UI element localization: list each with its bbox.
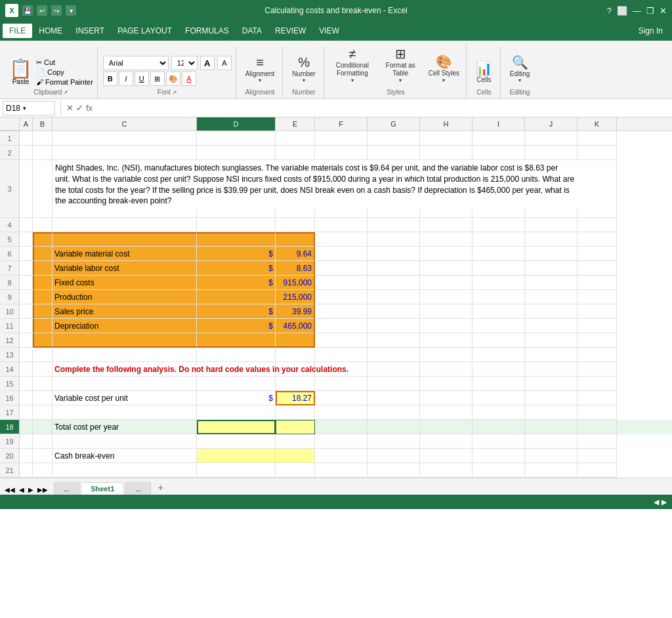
sheet-last-btn[interactable]: ▶▶ (35, 485, 50, 495)
cell-f6[interactable] (315, 247, 368, 261)
cell-f12[interactable] (315, 333, 368, 348)
cell-k17[interactable] (578, 405, 617, 420)
cell-a5[interactable] (20, 232, 33, 247)
cell-h14[interactable] (420, 362, 472, 377)
cell-d16-symbol[interactable]: $ (197, 391, 276, 405)
cell-g4[interactable] (368, 218, 420, 232)
cell-g11[interactable] (368, 319, 420, 333)
cell-c13[interactable] (52, 348, 197, 362)
cell-j19[interactable] (525, 434, 578, 449)
format-painter-button[interactable]: 🖌 Format Painter (36, 78, 93, 86)
cell-c9-label[interactable]: Production (52, 290, 197, 304)
cell-g6[interactable] (368, 247, 420, 261)
cell-g2[interactable] (368, 146, 420, 160)
cell-k18[interactable] (578, 420, 617, 434)
cell-g10[interactable] (368, 304, 420, 319)
cell-i4[interactable] (472, 218, 525, 232)
sheet-prev-btn[interactable]: ◀ (17, 485, 26, 495)
cell-h20[interactable] (420, 449, 472, 463)
col-header-b[interactable]: B (33, 117, 52, 131)
cell-e20[interactable] (276, 449, 315, 463)
cell-j7[interactable] (525, 261, 578, 276)
cell-a20[interactable] (20, 449, 33, 463)
cell-a9[interactable] (20, 290, 33, 304)
sign-in-btn[interactable]: Sign In (632, 24, 669, 38)
cell-b18[interactable] (33, 420, 52, 434)
menu-review[interactable]: REVIEW (268, 24, 312, 38)
cell-reference-box[interactable]: D18 ▾ (3, 101, 55, 115)
redo-quick-btn[interactable]: ↪ (51, 5, 62, 16)
cut-button[interactable]: ✂ Cut (36, 58, 93, 67)
sheet-tab-ellipsis1[interactable]: ... (54, 482, 79, 495)
cell-f20[interactable] (315, 449, 368, 463)
cell-b12[interactable] (33, 333, 52, 348)
cell-c1[interactable] (52, 131, 197, 146)
format-as-table-button[interactable]: ⊞ Format as Table ▾ (379, 43, 422, 86)
restore-btn[interactable]: ❐ (646, 6, 654, 16)
cell-h2[interactable] (420, 146, 472, 160)
cell-b14[interactable] (33, 362, 52, 377)
scroll-right-icon[interactable]: ▶ (662, 498, 667, 506)
cell-e2[interactable] (276, 146, 315, 160)
scroll-left-icon[interactable]: ◀ (654, 498, 659, 506)
cell-a1[interactable] (20, 131, 33, 146)
cell-g17[interactable] (368, 405, 420, 420)
cell-h18[interactable] (420, 420, 472, 434)
close-btn[interactable]: ✕ (660, 6, 667, 16)
cancel-formula-icon[interactable]: ✕ (66, 103, 74, 113)
cell-i17[interactable] (472, 405, 525, 420)
cell-b19[interactable] (33, 434, 52, 449)
border-button[interactable]: ⊞ (150, 72, 165, 86)
cell-k20[interactable] (578, 449, 617, 463)
cell-a15[interactable] (20, 377, 33, 391)
cell-h15[interactable] (420, 377, 472, 391)
menu-data[interactable]: DATA (236, 24, 268, 38)
cell-f10[interactable] (315, 304, 368, 319)
cell-g13[interactable] (368, 348, 420, 362)
cell-b2[interactable] (33, 146, 52, 160)
cell-i14[interactable] (472, 362, 525, 377)
cell-i6[interactable] (472, 247, 525, 261)
cell-e18[interactable] (276, 420, 315, 434)
cell-k2[interactable] (578, 146, 617, 160)
cell-e4[interactable] (276, 218, 315, 232)
menu-page-layout[interactable]: PAGE LAYOUT (111, 24, 178, 38)
cell-k13[interactable] (578, 348, 617, 362)
cell-a7[interactable] (20, 261, 33, 276)
cell-b21[interactable] (33, 463, 52, 478)
cell-e16-value[interactable]: 18.27 (276, 391, 315, 405)
cell-j16[interactable] (525, 391, 578, 405)
decrease-font-btn[interactable]: A (217, 56, 232, 70)
cell-c5-orange[interactable] (52, 232, 197, 247)
cell-j4[interactable] (525, 218, 578, 232)
cell-i21[interactable] (472, 463, 525, 478)
cell-k5[interactable] (578, 232, 617, 247)
cell-g5[interactable] (368, 232, 420, 247)
cell-b9[interactable] (33, 290, 52, 304)
cell-i20[interactable] (472, 449, 525, 463)
cell-j8[interactable] (525, 276, 578, 290)
cell-g18[interactable] (368, 420, 420, 434)
cell-h17[interactable] (420, 405, 472, 420)
col-header-d[interactable]: D (197, 117, 276, 131)
sheet-first-btn[interactable]: ◀◀ (3, 485, 17, 495)
cell-g12[interactable] (368, 333, 420, 348)
cell-f18[interactable] (315, 420, 368, 434)
cell-d2[interactable] (197, 146, 276, 160)
cell-f17[interactable] (315, 405, 368, 420)
cell-d12[interactable] (197, 333, 276, 348)
cell-k16[interactable] (578, 391, 617, 405)
cell-d7-symbol[interactable]: $ (197, 261, 276, 276)
cell-i5[interactable] (472, 232, 525, 247)
col-header-g[interactable]: G (368, 117, 420, 131)
cell-a4[interactable] (20, 218, 33, 232)
copy-button[interactable]: 📄 Copy (36, 68, 93, 77)
cell-c8-label[interactable]: Fixed costs (52, 276, 197, 290)
col-header-c[interactable]: C (52, 117, 197, 131)
number-button[interactable]: % Number ▾ (288, 52, 320, 86)
cell-e19[interactable] (276, 434, 315, 449)
cell-b4[interactable] (33, 218, 52, 232)
cell-b16[interactable] (33, 391, 52, 405)
cell-e21[interactable] (276, 463, 315, 478)
cell-h12[interactable] (420, 333, 472, 348)
